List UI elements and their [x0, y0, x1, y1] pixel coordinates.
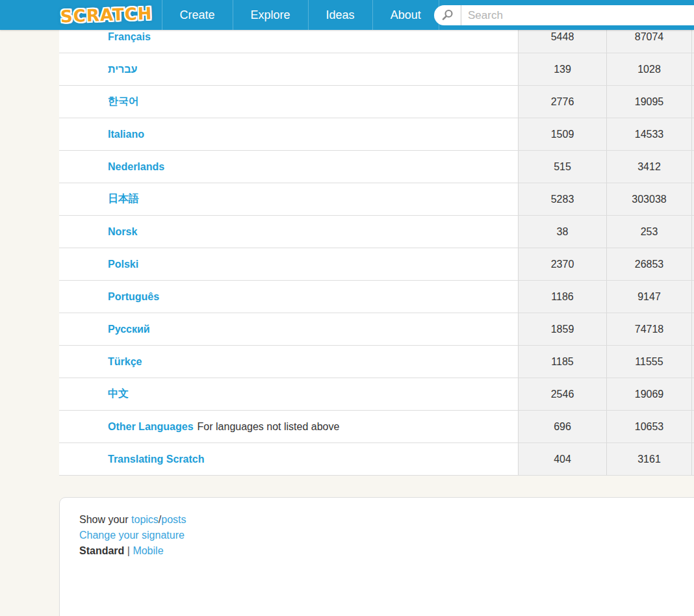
forum-link-italiano[interactable]: Italiano [108, 129, 144, 140]
search-icon [434, 5, 461, 25]
main-nav: Create Explore Ideas About [162, 0, 439, 30]
topics-count: 2546 [518, 378, 606, 410]
clipped-column-sliver [691, 151, 694, 183]
search-box [434, 5, 694, 25]
posts-count: 3412 [606, 151, 691, 183]
pipe-separator: | [124, 545, 133, 556]
clipped-column-sliver [691, 411, 694, 443]
posts-count: 14533 [606, 118, 691, 150]
posts-count: 9147 [606, 281, 691, 313]
topics-count: 2370 [518, 248, 606, 280]
nav-about[interactable]: About [372, 0, 439, 30]
show-posts-link[interactable]: posts [161, 514, 186, 525]
forum-link-japanese[interactable]: 日本語 [108, 192, 139, 206]
forum-link-norsk[interactable]: Norsk [108, 226, 137, 238]
forum-cell: 中文 [59, 378, 518, 410]
table-row: 中文 2546 19069 [59, 378, 694, 411]
forum-link-korean[interactable]: 한국어 [108, 95, 139, 109]
clipped-column-sliver [691, 248, 694, 280]
topics-count: 515 [518, 151, 606, 183]
change-signature-link[interactable]: Change your signature [79, 530, 185, 541]
topics-count: 404 [518, 443, 606, 475]
forum-cell: 日本語 [59, 183, 518, 215]
forum-link-nederlands[interactable]: Nederlands [108, 161, 164, 173]
topics-count: 696 [518, 411, 606, 443]
clipped-column-sliver [691, 86, 694, 118]
table-row: Italiano 1509 14533 [59, 118, 694, 151]
clipped-column-sliver [691, 443, 694, 475]
table-row: Translating Scratch 404 3161 [59, 443, 694, 476]
posts-count: 303038 [606, 183, 691, 215]
posts-count: 1028 [606, 53, 691, 85]
scratch-logo[interactable]: SCRATCH [60, 4, 153, 27]
forum-link-translating-scratch[interactable]: Translating Scratch [108, 454, 205, 465]
table-row: עברית 139 1028 [59, 53, 694, 86]
forum-cell: Português [59, 281, 518, 313]
forum-link-francais[interactable]: Français [108, 31, 151, 43]
clipped-column-sliver [691, 346, 694, 378]
forum-cell: 한국어 [59, 86, 518, 118]
search-input[interactable] [461, 5, 694, 25]
posts-count: 74718 [606, 313, 691, 345]
clipped-column-sliver [691, 183, 694, 215]
posts-count: 11555 [606, 346, 691, 378]
nav-explore[interactable]: Explore [233, 0, 308, 30]
forum-link-polski[interactable]: Polski [108, 259, 138, 270]
topics-count: 38 [518, 216, 606, 248]
clipped-column-sliver [691, 118, 694, 150]
forum-cell: Polski [59, 248, 518, 280]
show-topics-link[interactable]: topics [131, 514, 159, 525]
clipped-column-sliver [691, 378, 694, 410]
nav-ideas[interactable]: Ideas [308, 0, 372, 30]
posts-count: 253 [606, 216, 691, 248]
view-mode-line: Standard | Mobile [79, 543, 694, 559]
posts-count: 26853 [606, 248, 691, 280]
table-row: Polski 2370 26853 [59, 248, 694, 281]
forum-options-panel: Show your topics/posts Change your signa… [59, 497, 694, 616]
clipped-column-sliver [691, 53, 694, 85]
topics-count: 2776 [518, 86, 606, 118]
forum-link-hebrew[interactable]: עברית [108, 64, 137, 75]
change-signature-line: Change your signature [79, 528, 694, 543]
forum-cell: עברית [59, 53, 518, 85]
clipped-column-sliver [691, 313, 694, 345]
table-row: Português 1186 9147 [59, 281, 694, 313]
table-row: Norsk 38 253 [59, 216, 694, 248]
posts-count: 19095 [606, 86, 691, 118]
table-row: Nederlands 515 3412 [59, 151, 694, 183]
clipped-column-sliver [691, 216, 694, 248]
topics-count: 1509 [518, 118, 606, 150]
forum-link-chinese[interactable]: 中文 [108, 387, 129, 401]
table-row: Other LanguagesFor languages not listed … [59, 411, 694, 443]
forum-description: For languages not listed above [198, 421, 340, 433]
posts-count: 10653 [606, 411, 691, 443]
forum-cell: Translating Scratch [59, 443, 518, 475]
forum-cell: Nederlands [59, 151, 518, 183]
show-topics-posts-line: Show your topics/posts [79, 512, 694, 528]
topics-count: 1186 [518, 281, 606, 313]
topics-count: 139 [518, 53, 606, 85]
standard-mode-label: Standard [79, 545, 124, 556]
forum-link-turkce[interactable]: Türkçe [108, 356, 142, 368]
navbar: SCRATCH Create Explore Ideas About [0, 0, 694, 30]
topics-count: 5283 [518, 183, 606, 215]
forum-cell: Русский [59, 313, 518, 345]
forum-link-russian[interactable]: Русский [108, 324, 150, 335]
forum-cell: Other LanguagesFor languages not listed … [59, 411, 518, 443]
forum-cell: Türkçe [59, 346, 518, 378]
mobile-mode-link[interactable]: Mobile [133, 545, 163, 556]
show-your-label: Show your [79, 514, 131, 525]
forum-cell: Norsk [59, 216, 518, 248]
forum-language-table: Français 5448 87074 עברית 139 1028 한국어 2… [59, 21, 694, 476]
clipped-column-sliver [691, 281, 694, 313]
posts-count: 19069 [606, 378, 691, 410]
topics-count: 1859 [518, 313, 606, 345]
forum-cell: Italiano [59, 118, 518, 150]
posts-count: 3161 [606, 443, 691, 475]
forum-link-other-languages[interactable]: Other Languages [108, 421, 194, 433]
forum-link-portugues[interactable]: Português [108, 291, 159, 303]
table-row: 한국어 2776 19095 [59, 86, 694, 118]
topics-count: 1185 [518, 346, 606, 378]
table-row: Русский 1859 74718 [59, 313, 694, 346]
nav-create[interactable]: Create [162, 0, 233, 30]
